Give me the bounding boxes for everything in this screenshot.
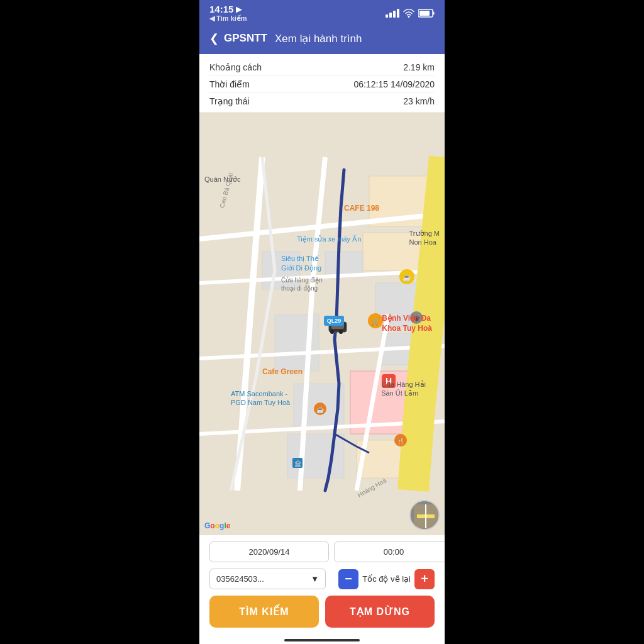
brand-label: GPSNTT [224, 32, 267, 45]
info-panel: Khoảng cách 2.19 km Thời điểm 06:12:15 1… [199, 54, 445, 113]
map-container[interactable]: QL29 🛒 🎓 ☕ H ☕ 🍴 🏦 Quán Nướ [199, 113, 445, 535]
start-date-input[interactable] [209, 541, 329, 562]
svg-text:H: H [386, 376, 392, 386]
status-label: Trạng thái [209, 96, 250, 106]
svg-text:🎓: 🎓 [413, 314, 421, 323]
time-value: 06:12:15 14/09/2020 [354, 79, 435, 89]
time-label: Thời điểm [209, 79, 250, 89]
info-row-distance: Khoảng cách 2.19 km [209, 59, 435, 76]
speed-label: Tốc độ vẽ lại [362, 574, 411, 584]
status-time: 14:15 [209, 4, 233, 14]
svg-point-20 [339, 330, 343, 334]
svg-rect-1 [433, 12, 435, 15]
svg-text:QL29: QL29 [327, 318, 341, 324]
action-buttons-row: TÌM KIẾM TẠM DỪNG [209, 596, 435, 628]
svg-rect-14 [325, 252, 363, 277]
vehicle-select[interactable]: 035624503... ▼ [209, 569, 326, 589]
info-row-time: Thời điểm 06:12:15 14/09/2020 [209, 76, 435, 93]
home-bar [199, 634, 445, 644]
status-value: 23 km/h [403, 96, 435, 106]
bottom-controls: 035624503... ▼ − Tốc độ vẽ lại + TÌM KIẾ… [199, 535, 445, 634]
speed-plus-button[interactable]: + [414, 569, 435, 589]
dropdown-icon: ▼ [311, 574, 319, 584]
svg-text:🍴: 🍴 [397, 437, 405, 445]
google-logo: Google [204, 521, 230, 530]
vehicle-id-label: 035624503... [216, 574, 264, 584]
svg-point-19 [330, 330, 334, 334]
status-bar: 14:15 ▶ ◀ Tìm kiếm [199, 0, 445, 25]
pause-button[interactable]: TẠM DỪNG [325, 596, 435, 628]
search-button[interactable]: TÌM KIẾM [209, 596, 319, 628]
svg-text:🏦: 🏦 [294, 460, 302, 467]
app-header: ❮ GPSNTT Xem lại hành trình [199, 25, 445, 54]
wifi-icon [403, 9, 414, 18]
location-icon: ▶ [236, 5, 242, 14]
speed-minus-button[interactable]: − [338, 569, 358, 589]
speed-control: − Tốc độ vẽ lại + [332, 569, 435, 589]
svg-text:☕: ☕ [316, 406, 325, 414]
home-indicator [284, 639, 360, 641]
page-title: Xem lại hành trình [275, 32, 362, 45]
svg-text:☕: ☕ [402, 273, 411, 282]
distance-value: 2.19 km [403, 62, 435, 72]
date-time-row [209, 541, 435, 562]
svg-rect-13 [262, 252, 300, 289]
svg-rect-2 [419, 11, 430, 16]
back-button[interactable]: ❮ [209, 31, 219, 45]
map-thumbnail[interactable] [409, 500, 440, 530]
status-icons [386, 9, 435, 18]
signal-bars [386, 9, 399, 18]
svg-text:🛒: 🛒 [371, 316, 380, 326]
start-time-input[interactable] [334, 541, 445, 562]
battery-icon [418, 9, 435, 18]
info-row-status: Trạng thái 23 km/h [209, 93, 435, 109]
distance-label: Khoảng cách [209, 62, 262, 72]
svg-rect-11 [287, 434, 344, 478]
vehicle-speed-row: 035624503... ▼ − Tốc độ vẽ lại + [209, 569, 435, 589]
back-label[interactable]: ◀ Tìm kiếm [209, 14, 247, 23]
